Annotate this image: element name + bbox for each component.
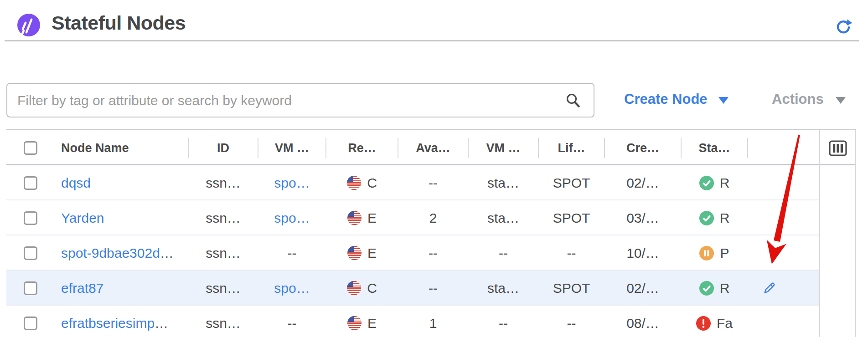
status-cell: R: [681, 165, 748, 200]
row-checkbox[interactable]: [24, 317, 37, 330]
table-body: dqsd ssn… spo… C -- sta… SPOT 02/… R: [6, 165, 856, 337]
refresh-icon: [834, 30, 852, 37]
nodes-table: Node Name ID VM … Re… Ava… VM … Lif… Cre…: [6, 129, 856, 337]
column-header-vm-status[interactable]: VM …: [468, 131, 538, 165]
column-header-region[interactable]: Re…: [326, 131, 398, 165]
row-actions-cell: [748, 165, 819, 200]
table-row: efrat87 ssn… spo… C -- sta… SPOT 02/… R: [6, 271, 856, 306]
vm-link[interactable]: spo…: [274, 175, 310, 191]
pinned-column-divider: [819, 130, 820, 337]
page-title: Stateful Nodes: [52, 12, 186, 34]
vm-status-cell: --: [468, 306, 538, 337]
node-name-link[interactable]: spot-9dbae302d: [61, 245, 160, 261]
status-cell: R: [681, 271, 748, 306]
row-checkbox[interactable]: [24, 281, 37, 295]
node-name-link[interactable]: dqsd: [61, 175, 91, 191]
node-name-link[interactable]: efratbseriesimp: [61, 316, 155, 331]
select-all-checkbox[interactable]: [24, 141, 37, 155]
column-header-vm-name[interactable]: VM …: [258, 131, 326, 165]
lifecycle-cell: SPOT: [538, 271, 604, 306]
region-label: E: [367, 210, 377, 226]
status-label: R: [720, 175, 730, 191]
node-name-link[interactable]: Yarden: [61, 210, 104, 226]
created-cell: 03/…: [604, 200, 681, 235]
status-label: Fa: [717, 316, 733, 331]
filter-input[interactable]: [16, 84, 561, 117]
vm-name-cell: --: [258, 306, 326, 337]
node-id-cell: ssn…: [188, 165, 258, 200]
row-checkbox[interactable]: [24, 176, 37, 190]
column-picker-button[interactable]: [828, 138, 847, 158]
column-header-status[interactable]: Sta…: [681, 131, 748, 165]
column-header-id[interactable]: ID: [188, 131, 258, 165]
availability-cell: 1: [398, 306, 468, 337]
region-cell: C: [326, 271, 398, 306]
vm-status-cell: --: [468, 235, 538, 271]
vm-name-cell: spo…: [258, 200, 326, 235]
pinned-empty-cell: [819, 306, 856, 337]
created-cell: 08/…: [604, 306, 681, 337]
chevron-down-icon: [718, 97, 728, 104]
vm-status-cell: sta…: [468, 165, 538, 200]
table-header-row: Node Name ID VM … Re… Ava… VM … Lif… Cre…: [6, 130, 856, 165]
running-status-icon: [699, 281, 714, 296]
pinned-empty-cell: [819, 235, 856, 271]
region-label: E: [367, 316, 377, 331]
node-name-link[interactable]: efrat87: [61, 281, 103, 296]
vm-status-cell: sta…: [468, 200, 538, 235]
node-name-cell: spot-9dbae302d…: [55, 235, 188, 271]
column-header-lifecycle[interactable]: Lif…: [538, 131, 604, 165]
node-name-cell: efrat87: [55, 271, 188, 306]
region-cell: E: [326, 235, 398, 271]
column-header-availability[interactable]: Ava…: [398, 131, 468, 165]
availability-cell: --: [398, 165, 468, 200]
status-label: R: [720, 210, 730, 226]
row-actions-cell: [748, 271, 819, 306]
node-id-cell: ssn…: [188, 235, 258, 271]
paused-status-icon: [699, 246, 714, 260]
actions-label: Actions: [772, 91, 824, 107]
truncation-ellipsis: …: [155, 316, 168, 331]
status-cell: R: [681, 200, 748, 235]
status-cell: P: [681, 235, 748, 271]
region-cell: E: [326, 200, 398, 235]
vm-link[interactable]: spo…: [274, 210, 310, 226]
refresh-button[interactable]: [834, 17, 852, 36]
table-row: Yarden ssn… spo… E 2 sta… SPOT 03/… R: [6, 200, 856, 235]
truncation-ellipsis: …: [160, 245, 174, 261]
filter-box: [6, 83, 594, 117]
title-divider: [5, 40, 859, 41]
region-cell: E: [326, 306, 398, 337]
vm-link: --: [288, 316, 297, 331]
table-row: dqsd ssn… spo… C -- sta… SPOT 02/… R: [6, 165, 856, 200]
vm-name-cell: --: [258, 235, 326, 271]
table-row: spot-9dbae302d… ssn… -- E -- -- -- 10/… …: [6, 235, 856, 271]
search-icon[interactable]: [564, 92, 582, 109]
spot-logo-icon: [17, 14, 40, 36]
row-checkbox[interactable]: [24, 211, 37, 225]
region-label: C: [367, 175, 377, 191]
column-header-created[interactable]: Cre…: [604, 131, 681, 165]
vm-link[interactable]: spo…: [274, 281, 310, 296]
lifecycle-cell: SPOT: [538, 200, 604, 235]
lifecycle-cell: --: [538, 306, 604, 337]
created-cell: 02/…: [604, 165, 681, 200]
region-cell: C: [326, 165, 398, 200]
actions-button[interactable]: Actions: [772, 85, 846, 114]
column-header-empty: [748, 131, 819, 165]
create-node-label: Create Node: [624, 91, 708, 107]
edit-button[interactable]: [762, 281, 776, 295]
region-label: C: [367, 281, 377, 296]
us-flag-icon: [347, 246, 362, 260]
us-flag-icon: [347, 211, 362, 225]
column-header-node-name[interactable]: Node Name: [55, 131, 188, 165]
availability-cell: --: [398, 235, 468, 271]
us-flag-icon: [347, 281, 361, 295]
row-checkbox[interactable]: [24, 246, 37, 260]
row-actions-cell: [748, 200, 819, 235]
running-status-icon: [699, 211, 714, 225]
create-node-button[interactable]: Create Node: [624, 85, 728, 114]
failed-status-icon: [696, 316, 711, 331]
running-status-icon: [699, 176, 714, 190]
us-flag-icon: [347, 176, 361, 190]
